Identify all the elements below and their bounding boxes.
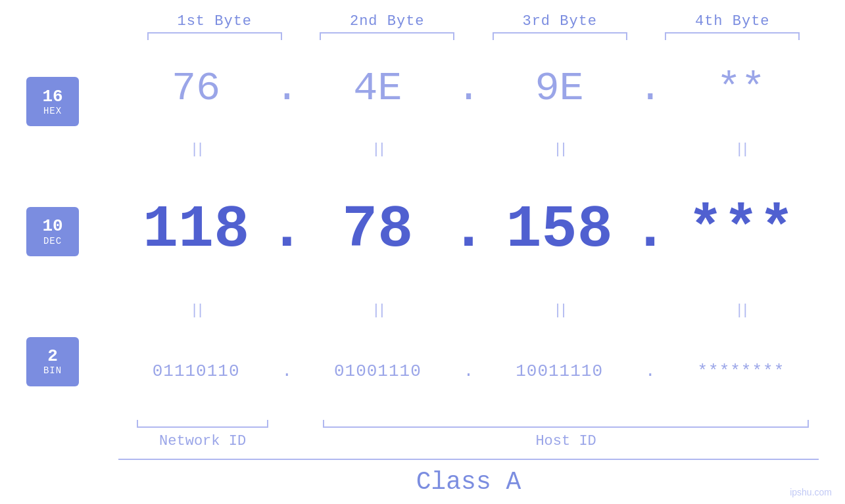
dec-b3-cell: 158 [482,196,637,263]
equals-row-2: || || || || [118,298,819,323]
byte2-header: 2nd Byte [301,13,474,30]
hex-dot-2: . [456,65,482,112]
hex-b2: 4E [353,65,402,112]
hex-b1-cell: 76 [118,65,274,112]
byte1-header: 1st Byte [128,13,301,30]
base-badges: 16 HEX 10 DEC 2 BIN [26,40,118,420]
class-label: Class A [118,460,819,504]
network-bracket [137,420,268,428]
hex-b3-cell: 9E [482,65,637,112]
main-grid: 16 HEX 10 DEC 2 BIN 76 . 4E [26,40,819,420]
bracket-cell-3 [473,32,646,40]
hex-b4-cell: ** [664,65,819,112]
dec-b4-cell: *** [664,196,819,263]
bin-dot-1: . [274,361,300,381]
bin-b2-cell: 01001110 [300,361,455,381]
host-bracket [323,420,809,428]
dec-row: 118 . 78 . 158 . *** [118,162,819,298]
network-bracket-cell [118,420,287,428]
dec-b2-cell: 78 [300,196,455,263]
bracket-cell-1 [128,32,301,40]
hex-b3: 9E [535,65,583,112]
hex-b1: 76 [172,65,220,112]
right-data: 76 . 4E . 9E . ** || || [118,40,819,420]
hex-number: 16 [42,87,62,106]
dec-number: 10 [42,217,62,236]
bin-badge: 2 BIN [26,337,79,386]
dec-b1: 118 [143,196,249,263]
watermark: ipshu.com [790,487,832,497]
bracket-cell-2 [301,32,474,40]
hex-b2-cell: 4E [300,65,455,112]
network-host-label-row: Network ID Host ID [118,433,819,449]
dec-b3: 158 [506,196,613,263]
bin-b3: 10011110 [516,361,603,381]
hex-dot-3: . [637,65,664,112]
bin-b4-cell: ******** [664,361,819,381]
hex-badge: 16 HEX [26,77,79,126]
top-bracket-row [26,32,819,40]
bracket-cell-4 [646,32,819,40]
dec-b2: 78 [342,196,413,263]
dec-b1-cell: 118 [118,196,274,263]
host-bracket-cell [313,420,819,428]
bin-b3-cell: 10011110 [482,361,637,381]
hex-row: 76 . 4E . 9E . ** [118,40,819,137]
bin-b1: 01110110 [153,361,240,381]
dec-badge: 10 DEC [26,207,79,256]
network-id-label: Network ID [118,433,287,449]
bottom-brackets [118,420,819,428]
dec-dot-1: . [274,196,300,263]
bin-b4: ******** [697,361,785,381]
page-container: 1st Byte 2nd Byte 3rd Byte 4th Byte 16 H… [0,0,845,504]
bin-dot-2: . [456,361,482,381]
host-id-label: Host ID [313,433,819,449]
hex-label: HEX [43,106,62,116]
bin-b2: 01001110 [334,361,422,381]
bin-dot-3: . [637,361,664,381]
dec-label: DEC [43,236,62,246]
class-section: Class A [118,459,819,504]
bin-row: 01110110 . 01001110 . 10011110 . *******… [118,323,819,420]
bin-number: 2 [47,347,58,366]
bin-b1-cell: 01110110 [118,361,274,381]
top-bracket-4 [665,32,800,40]
equals-row-1: || || || || [118,137,819,162]
bin-label: BIN [43,365,62,376]
top-bracket-1 [147,32,282,40]
top-bracket-2 [320,32,454,40]
byte3-header: 3rd Byte [473,13,646,30]
byte-headers: 1st Byte 2nd Byte 3rd Byte 4th Byte [26,13,819,30]
top-bracket-3 [493,32,627,40]
dec-dot-3: . [637,196,664,263]
hex-b4: ** [717,65,765,112]
byte4-header: 4th Byte [646,13,819,30]
dec-dot-2: . [456,196,482,263]
dec-b4: *** [688,196,794,263]
hex-dot-1: . [274,65,300,112]
bottom-section: Network ID Host ID Class A [26,420,819,504]
